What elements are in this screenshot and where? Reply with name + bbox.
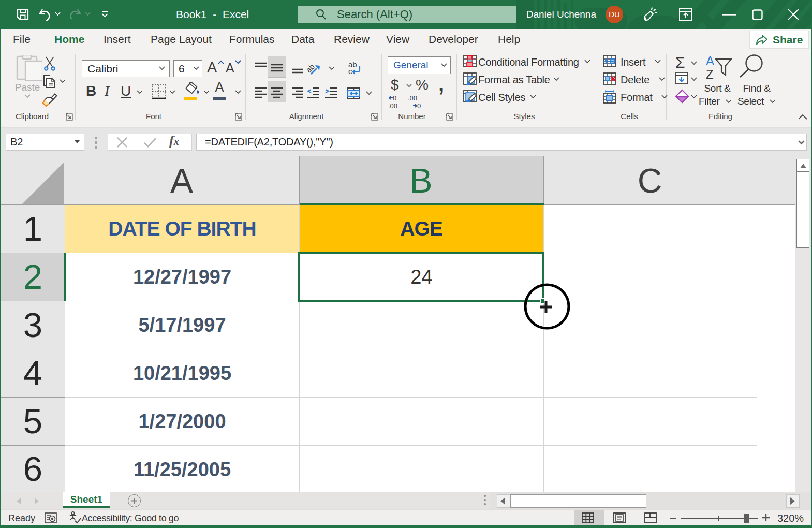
svg-text:.00: .00 [408, 94, 417, 102]
svg-text:ab: ab [306, 62, 316, 75]
svg-text:c: c [348, 67, 352, 75]
svg-text:0: 0 [393, 94, 396, 102]
svg-text:0: 0 [417, 102, 421, 110]
svg-text:.00: .00 [388, 102, 397, 110]
